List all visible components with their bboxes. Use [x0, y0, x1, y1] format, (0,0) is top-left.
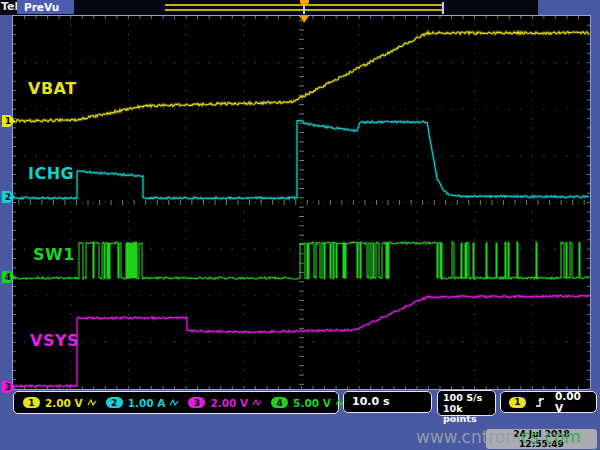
svg-text:2: 2 — [5, 192, 11, 202]
sample-rate: 100 S/s — [443, 393, 495, 404]
channel-3-scale[interactable]: 2.00 V — [210, 397, 248, 409]
svg-text:1: 1 — [5, 116, 11, 126]
bandwidth-icon — [87, 398, 97, 407]
channel-readouts: 1 2.00 V 2 1.00 A 3 2.00 V 4 5.00 V — [13, 391, 339, 414]
channel-2-badge[interactable]: 2 — [106, 397, 123, 408]
trigger-position-arrow-icon — [299, 16, 309, 23]
channel-4-badge[interactable]: 4 — [271, 397, 288, 408]
timebase-readout[interactable]: 10.0 s — [343, 391, 432, 413]
acquisition-readout: 100 S/s 10k points — [437, 390, 496, 416]
channel-1-badge[interactable]: 1 — [23, 397, 40, 408]
bandwidth-icon — [169, 398, 179, 407]
channel-4-scale[interactable]: 5.00 V — [293, 397, 331, 409]
trigger-readout[interactable]: 1 0.00 V — [500, 391, 597, 413]
trigger-level: 0.00 V — [555, 390, 588, 414]
bandwidth-icon — [252, 398, 262, 407]
label-vbat: VBAT — [28, 79, 77, 98]
rising-edge-icon — [534, 396, 546, 408]
watermark: www.cntronics.com — [416, 427, 581, 447]
oscilloscope-screen: { "header": { "logo": "Tek", "acq_mode":… — [0, 0, 600, 450]
svg-text:3: 3 — [5, 382, 11, 392]
label-sw1: SW1 — [33, 245, 75, 264]
top-status-bar: Tek PreVu — [0, 0, 538, 15]
channel-2-scale[interactable]: 1.00 A — [128, 397, 166, 409]
graticule — [13, 16, 590, 389]
record-length: 10k points — [443, 404, 495, 425]
record-window-right-bracket — [442, 2, 444, 14]
svg-text:4: 4 — [5, 272, 11, 282]
trigger-source-badge: 1 — [509, 397, 526, 408]
channel-3-badge[interactable]: 3 — [188, 397, 205, 408]
label-ichg: ICHG — [28, 164, 74, 183]
label-vsys: VSYS — [30, 331, 79, 350]
acquisition-mode-badge: PreVu — [17, 0, 74, 14]
channel-1-scale[interactable]: 2.00 V — [45, 397, 83, 409]
